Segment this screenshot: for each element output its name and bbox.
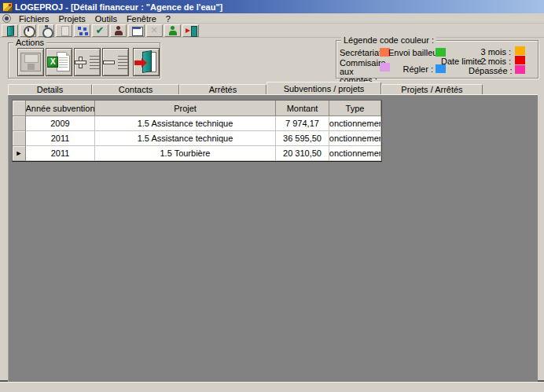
cell-annee[interactable]: 2011 [26,146,95,161]
window-title: LOGEPROJ - [Détail financeur : "Agence d… [15,2,222,12]
exit-door-icon [134,51,158,73]
menu-bar: FichiersProjetsOutilsFenêtre? [0,13,544,24]
add-list-icon [75,56,100,69]
legend-swatch-envoi-bailleur [436,48,446,57]
cell-montant[interactable]: 20 310,50 [276,146,329,161]
cell-annee[interactable]: 2009 [26,116,95,131]
validate-check-icon [94,25,107,36]
save-button[interactable] [17,48,44,76]
tab[interactable]: Details [8,84,92,94]
toolbar-button[interactable] [74,24,90,37]
row-selector-header [13,101,26,116]
actions-groupbox: Actions [8,42,160,79]
toolbar [0,24,544,38]
menu-item[interactable]: Fenêtre [122,14,161,24]
cell-type[interactable]: Fonctionnement [329,116,381,131]
excel-export-icon [47,52,71,72]
legend-swatch-2-mois [515,56,525,64]
toolbar-button[interactable] [38,24,54,37]
legend-swatch-3-mois [515,46,525,55]
cell-projet[interactable]: 1.5 Tourbière [95,146,276,161]
cell-montant[interactable]: 7 974,17 [276,116,329,131]
toolbar-button[interactable] [182,24,199,37]
toolbar-button[interactable] [92,24,108,37]
toolbar-button[interactable] [128,24,145,37]
toolbar-button[interactable] [164,24,181,37]
toolbar-button[interactable] [2,24,18,37]
legend-swatch-commisaire [380,63,390,71]
clock-icon [22,25,35,36]
child-window-icon[interactable] [2,14,11,23]
subventions-table: Année subvention Projet Montant Type 200… [12,100,382,162]
remove-list-icon [103,56,128,69]
exit-door-icon [185,25,197,36]
legend-label-depassee: Dépassée : [469,67,511,75]
link-icon [149,25,161,36]
document-icon [58,25,71,36]
user-icon [112,25,125,36]
project-grid-icon [76,25,89,36]
top-panel: Actions [0,38,544,82]
cell-annee[interactable]: 2011 [26,131,95,146]
cell-projet[interactable]: 1.5 Assistance technique [95,131,276,146]
toolbar-button[interactable] [56,24,72,37]
form-list-icon [130,25,143,36]
menu-item[interactable]: Projets [54,14,90,24]
floppy-disk-icon [20,53,41,71]
menu-item[interactable]: Fichiers [14,14,54,24]
legend-swatch-depassee [515,65,525,74]
add-row-button[interactable] [74,48,101,76]
legend-label-envoi-bailleur: Envoi bailleur : [388,49,433,57]
stopwatch-icon [40,25,53,36]
table-row[interactable]: 2011 1.5 Assistance technique 36 595,50 … [13,131,381,146]
table-row[interactable]: 2009 1.5 Assistance technique 7 974,17 F… [13,116,381,131]
toolbar-button[interactable] [20,24,36,37]
cell-montant[interactable]: 36 595,50 [276,131,329,146]
menu-item[interactable]: Outils [90,14,122,24]
menu-item[interactable]: ? [161,14,175,24]
tab[interactable]: Subventions / projets [266,82,381,94]
table-body: 2009 1.5 Assistance technique 7 974,17 F… [13,116,381,161]
column-header-montant: Montant [276,101,329,116]
legend-label-2-mois: 2 mois : [478,57,511,66]
column-header-annee: Année subvention [26,101,95,116]
export-excel-button[interactable] [46,48,72,76]
cell-type[interactable]: Fonctionnement [329,131,381,146]
work-area: DetailsContactsArrêtésSubventions / proj… [0,82,544,382]
row-selector[interactable] [13,116,26,131]
tab-page-subventions: Année subvention Projet Montant Type 200… [8,95,538,382]
cell-type[interactable]: Fonctionnement [329,146,381,161]
bottom-frame [0,382,544,392]
app-icon [2,2,13,12]
table-header-row: Année subvention Projet Montant Type [13,101,381,116]
remove-row-button[interactable] [102,48,129,76]
actions-label: Actions [13,38,46,47]
legend-groupbox: Légende code couleur : Secrétariat : Env… [336,40,538,79]
table-row[interactable]: 2011 1.5 Tourbière 20 310,50 Fonctionnem… [13,146,381,161]
tab-strip: DetailsContactsArrêtésSubventions / proj… [8,82,538,95]
row-selector[interactable] [13,131,26,146]
cell-projet[interactable]: 1.5 Assistance technique [95,116,276,131]
column-header-projet: Projet [95,101,276,116]
tab[interactable]: Contacts [92,84,179,94]
toolbar-button[interactable] [146,24,163,37]
legend-title: Légende code couleur : [341,35,436,45]
tab[interactable]: Projets / Arrêtés [381,84,483,94]
app-window: LOGEPROJ - [Détail financeur : "Agence d… [0,0,544,392]
tab[interactable]: Arrêtés [179,84,266,94]
person-icon [167,25,179,36]
legend-label-3-mois: 3 mois : [478,48,511,57]
legend-label-regler: Régler : [399,65,433,74]
toolbar-button[interactable] [110,24,127,37]
column-header-type: Type [329,101,381,116]
door-icon [4,25,17,36]
row-selector[interactable] [13,146,26,161]
exit-button[interactable] [133,48,160,76]
